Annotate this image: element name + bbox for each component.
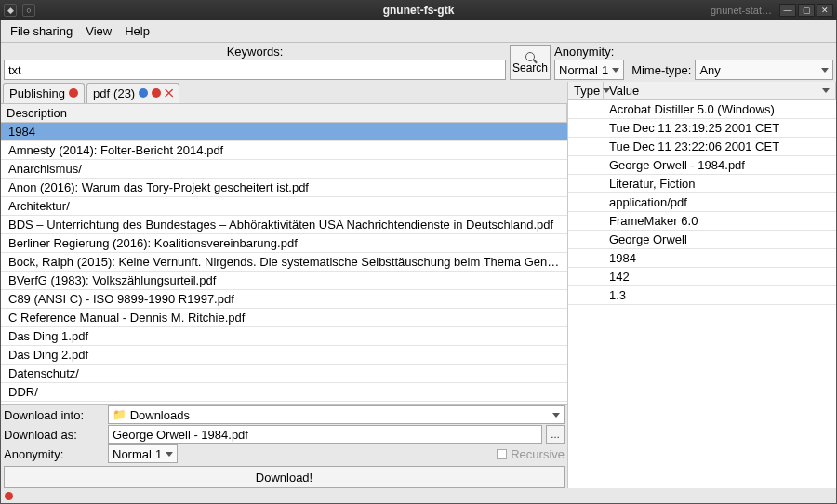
result-row[interactable]: DDR/ — [1, 383, 567, 402]
pause-icon — [139, 88, 148, 98]
status-bar — [1, 488, 836, 503]
meta-row[interactable]: 1984 — [568, 249, 836, 268]
chevron-down-icon — [166, 452, 173, 457]
result-row[interactable]: Anarchismus/ — [1, 160, 567, 179]
download-into-field[interactable]: 📁 Downloads — [108, 405, 565, 424]
keywords-label: Keywords: — [4, 45, 506, 59]
meta-row[interactable]: George Orwell — [568, 231, 836, 249]
result-row[interactable]: Datenschutz/ — [1, 365, 567, 383]
meta-row[interactable]: Tue Dec 11 23:19:25 2001 CET — [568, 119, 836, 138]
tab-bar: Publishing pdf (23) — [1, 82, 567, 104]
close-button[interactable]: ✕ — [817, 4, 833, 17]
download-anon-label: Anonymity: — [4, 447, 104, 461]
tab-pdf[interactable]: pdf (23) — [86, 83, 179, 103]
download-button[interactable]: Download! — [4, 466, 565, 488]
meta-row[interactable]: 1.3 — [568, 286, 836, 305]
close-icon — [165, 89, 173, 98]
window-title: gnunet-fs-gtk — [383, 4, 455, 17]
column-description[interactable]: Description — [1, 104, 567, 122]
download-panel: Download into: 📁 Downloads Download as: … — [1, 404, 567, 488]
chevron-down-icon — [821, 68, 829, 73]
results-header: Description — [1, 104, 567, 123]
meta-row[interactable]: Literatur, Fiction — [568, 175, 836, 193]
column-value[interactable]: Value — [604, 82, 836, 99]
menu-file-sharing[interactable]: File sharing — [5, 22, 78, 40]
result-row[interactable]: Berliner Regierung (2016): Koalitionsver… — [1, 234, 567, 253]
pin-icon: ○ — [22, 4, 35, 17]
meta-list[interactable]: Acrobat Distiller 5.0 (Windows)Tue Dec 1… — [568, 100, 836, 488]
column-type[interactable]: Type — [568, 82, 604, 99]
mimetype-label: Mime-type: — [631, 63, 691, 77]
result-row[interactable]: 1984 — [1, 123, 567, 141]
download-into-label: Download into: — [4, 408, 104, 422]
stop-icon — [69, 88, 78, 98]
result-row[interactable]: Das Ding 2.pdf — [1, 346, 567, 365]
window-titlebar: ◆ ○ gnunet-fs-gtk gnunet-stat… — ▢ ✕ — [0, 0, 837, 20]
search-button-label: Search — [512, 61, 548, 74]
result-row[interactable]: Das Ding 1.pdf — [1, 327, 567, 346]
result-row[interactable]: C Reference Manual - Dennis M. Ritchie.p… — [1, 309, 567, 327]
meta-row[interactable]: 142 — [568, 268, 836, 286]
result-row[interactable]: Anon (2016): Warum das Tory-Projekt gesc… — [1, 179, 567, 197]
recursive-checkbox[interactable]: Recursive — [497, 447, 565, 461]
results-list[interactable]: 1984Amnesty (2014): Folter-Bericht 2014.… — [1, 123, 567, 404]
chevron-down-icon — [612, 68, 619, 73]
app-icon: ◆ — [4, 4, 17, 17]
download-as-field[interactable]: George Orwell - 1984.pdf — [108, 425, 542, 444]
meta-header: Type Value — [568, 82, 836, 100]
result-row[interactable]: BVerfG (1983): Volkszählungsurteil.pdf — [1, 272, 567, 290]
meta-row[interactable]: Tue Dec 11 23:22:06 2001 CET — [568, 138, 836, 156]
menubar: File sharing View Help — [1, 20, 836, 43]
chevron-down-icon — [552, 413, 560, 418]
mimetype-combo[interactable]: Any — [695, 60, 833, 80]
browse-button[interactable]: … — [546, 425, 565, 444]
stop-icon — [152, 88, 161, 98]
result-row[interactable]: Amnesty (2014): Folter-Bericht 2014.pdf — [1, 141, 567, 160]
checkbox-icon — [497, 449, 507, 459]
search-bar: Keywords: Search Anonymity: Normal 1 Mim… — [1, 43, 836, 82]
keywords-input[interactable] — [4, 60, 506, 80]
folder-icon: 📁 — [113, 408, 126, 421]
meta-row[interactable]: FrameMaker 6.0 — [568, 212, 836, 231]
tab-publishing[interactable]: Publishing — [3, 83, 85, 103]
result-row[interactable]: C89 (ANSI C) - ISO 9899-1990 R1997.pdf — [1, 290, 567, 309]
meta-row[interactable]: Acrobat Distiller 5.0 (Windows) — [568, 100, 836, 119]
menu-view[interactable]: View — [80, 22, 117, 40]
minimize-button[interactable]: — — [779, 4, 796, 17]
search-button[interactable]: Search — [510, 45, 551, 80]
anonymity-label: Anonymity: — [554, 45, 624, 59]
result-row[interactable]: BDS – Unterrichtung des Bundestages – Ab… — [1, 216, 567, 234]
status-indicator-icon — [5, 492, 13, 500]
menu-help[interactable]: Help — [119, 22, 155, 40]
chevron-down-icon — [822, 88, 830, 93]
meta-row[interactable]: application/pdf — [568, 193, 836, 212]
download-as-label: Download as: — [4, 428, 104, 442]
result-row[interactable]: Architektur/ — [1, 197, 567, 216]
search-icon — [525, 52, 535, 61]
download-anon-combo[interactable]: Normal 1 — [108, 444, 178, 463]
result-row[interactable]: Bock, Ralph (2015): Keine Vernunft. Nirg… — [1, 253, 567, 272]
maximize-button[interactable]: ▢ — [798, 4, 815, 17]
anonymity-combo[interactable]: Normal 1 — [554, 60, 624, 80]
meta-row[interactable]: George Orwell - 1984.pdf — [568, 156, 836, 175]
background-app-label: gnunet-stat… — [711, 5, 772, 16]
